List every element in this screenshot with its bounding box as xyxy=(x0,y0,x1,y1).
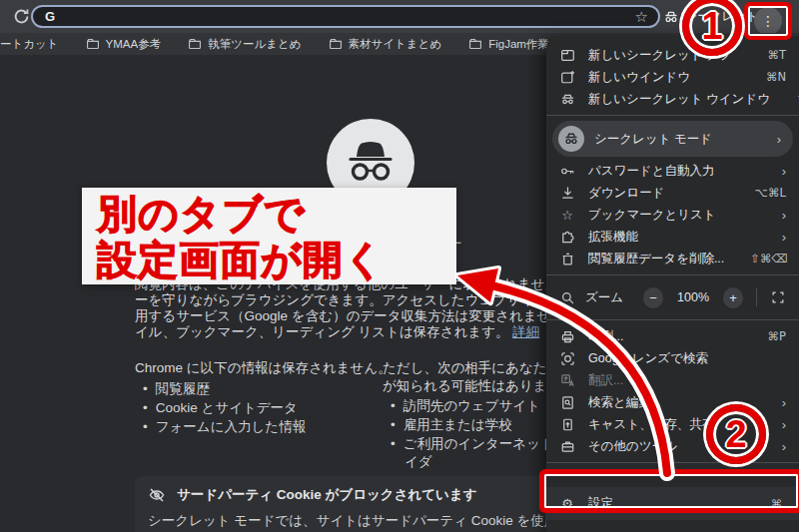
key-icon xyxy=(559,163,575,179)
bookmark-label: 素材サイトまとめ xyxy=(349,37,442,52)
gear-icon: ⚙ xyxy=(559,496,575,512)
bookmark-label: YMAA参考 xyxy=(106,37,162,52)
menu-item-label: キャスト、保存、共有 xyxy=(588,416,714,433)
menu-item-label: ブックマークとリスト xyxy=(588,207,716,224)
list-item: 閲覧履歴 xyxy=(143,380,210,398)
menu-item-label: その他のツール xyxy=(588,438,677,455)
chevron-right-icon: › xyxy=(782,230,786,245)
zoom-value: 100% xyxy=(673,290,713,304)
plus-icon: + xyxy=(729,290,737,305)
eye-off-icon xyxy=(148,486,166,504)
magnifier-icon xyxy=(559,289,575,305)
details-link[interactable]: 詳細 xyxy=(512,324,539,339)
folder-icon xyxy=(86,37,100,51)
menu-item-find-edit[interactable]: 検索と編集 › xyxy=(546,391,799,413)
menu-dots-button[interactable]: ⋮ xyxy=(754,7,782,35)
menu-item-extensions[interactable]: 拡張機能 › xyxy=(546,226,799,248)
lens-icon xyxy=(559,350,575,366)
minus-icon: − xyxy=(649,290,657,305)
incognito-icon xyxy=(663,9,679,25)
list-item: フォームに入力した情報 xyxy=(143,418,306,436)
menu-divider xyxy=(546,462,799,463)
zoom-in-button[interactable]: + xyxy=(723,287,743,308)
incognito-badge-label: シークレット xyxy=(685,8,758,25)
menu-item-zoom: ズーム − 100% + xyxy=(546,280,799,314)
menu-item-google-lens[interactable]: Google レンズで検索 xyxy=(546,347,799,369)
page-title: シークレット モードです xyxy=(171,237,570,258)
menu-item-label: 拡張機能 xyxy=(588,229,638,246)
zoom-label: ズーム xyxy=(585,289,623,306)
intro-text: イル、ブックマーク、リーディング リストは保存されます。 xyxy=(135,324,509,339)
menu-item-label: シークレット モード xyxy=(594,131,712,148)
trash-icon xyxy=(559,251,575,266)
new-window-icon xyxy=(559,69,575,85)
new-incognito-window-icon xyxy=(559,91,575,107)
incognito-avatar-icon xyxy=(327,119,414,207)
reload-icon[interactable] xyxy=(12,7,31,26)
menu-divider xyxy=(546,115,799,116)
zoom-out-button[interactable]: − xyxy=(643,287,663,308)
find-icon xyxy=(559,394,575,410)
browser-window: G ☆ シークレット ⋮ ートカット YMAA参考 執筆ツールまとめ 素材サイト… xyxy=(0,0,799,532)
list-item: Cookie とサイトデータ xyxy=(143,399,298,417)
menu-item-settings[interactable]: ⚙ 設定 ⌘, xyxy=(546,487,799,520)
shortcut: ⌘, xyxy=(771,497,786,511)
menu-item-downloads[interactable]: ダウンロード ⌥⌘L xyxy=(546,182,799,204)
bookmark-folder[interactable]: YMAA参考 xyxy=(86,37,162,52)
search-engine-icon: G xyxy=(45,9,55,24)
menu-item-new-window[interactable]: 新しいウインドウ ⌘N xyxy=(546,66,799,88)
list-item-wrap: イダ xyxy=(391,453,432,471)
menu-item-incognito-mode[interactable]: シークレット モード › xyxy=(552,121,793,157)
menu-item-label: 閲覧履歴データを削除... xyxy=(588,251,724,267)
menu-item-label: パスワードと自動入力 xyxy=(588,163,714,180)
folder-icon xyxy=(468,37,482,51)
bookmark-folder[interactable]: 執筆ツールまとめ xyxy=(188,37,301,52)
not-saved-header: Chrome に以下の情報は保存されません。 xyxy=(135,359,392,377)
shortcut: ⇧⌘⌫ xyxy=(750,252,787,266)
menu-divider xyxy=(546,319,799,320)
menu-item-label: 新しいウインドウ xyxy=(588,69,690,86)
download-icon xyxy=(559,185,575,201)
printer-icon xyxy=(559,328,575,344)
shortcut: ⌘P xyxy=(768,329,786,343)
menu-item-label: ダウンロード xyxy=(588,185,664,202)
tools-icon xyxy=(559,438,575,454)
chevron-right-icon: › xyxy=(782,439,786,454)
menu-item-label: 翻訳... xyxy=(588,372,623,389)
menu-item-new-incognito-window[interactable]: 新しいシークレット ウインドウ ⇧⌘N xyxy=(546,88,799,110)
divider xyxy=(756,288,757,306)
bookmark-label: 執筆ツールまとめ xyxy=(208,37,301,52)
menu-item-new-incognito-tab[interactable]: 新しいシークレット タブ ⌘T xyxy=(546,44,799,66)
fullscreen-icon[interactable] xyxy=(770,289,786,305)
menu-item-label: 印刷... xyxy=(588,328,623,345)
menu-item-print[interactable]: 印刷... ⌘P xyxy=(546,325,799,347)
toolbar: G ☆ シークレット ⋮ xyxy=(0,0,799,33)
menu-item-label: 新しいシークレット タブ xyxy=(588,47,732,64)
chevron-right-icon: › xyxy=(777,132,781,147)
menu-item-passwords[interactable]: パスワードと自動入力 › xyxy=(546,160,799,182)
menu-item-more-tools[interactable]: その他のツール › xyxy=(546,435,799,457)
menu-item-label: 検索と編集 xyxy=(588,394,651,411)
chevron-right-icon: › xyxy=(782,208,786,223)
folder-icon xyxy=(329,37,343,51)
chevron-right-icon: › xyxy=(782,164,786,179)
incognito-icon xyxy=(558,126,584,152)
menu-item-bookmarks[interactable]: ☆ ブックマークとリスト › xyxy=(546,204,799,226)
list-item: 訪問先のウェブサイト xyxy=(391,397,540,415)
address-bar[interactable]: G ☆ xyxy=(31,5,660,28)
menu-item-clear-browsing-data[interactable]: 閲覧履歴データを削除... ⇧⌘⌫ xyxy=(546,248,799,269)
menu-item-translate: 翻訳... xyxy=(546,369,799,391)
folder-icon xyxy=(188,37,202,51)
menu-item-cast-save-share[interactable]: キャスト、保存、共有 › xyxy=(546,413,799,435)
bookmark-label: ートカット xyxy=(0,37,59,52)
intro-text-line: イル、ブックマーク、リーディング リストは保存されます。 詳細 xyxy=(135,323,539,341)
new-incognito-tab-icon xyxy=(559,47,575,63)
puzzle-icon xyxy=(559,229,575,245)
menu-divider xyxy=(546,274,799,275)
shortcut: ⌘T xyxy=(767,48,786,62)
bookmark-star-icon[interactable]: ☆ xyxy=(635,8,648,26)
cookie-card-title: サードパーティ Cookie がブロックされています xyxy=(177,486,477,504)
bookmark-folder[interactable]: 素材サイトまとめ xyxy=(329,37,442,52)
bookmark-item[interactable]: ートカット xyxy=(0,37,59,52)
overflow-dots-icon: ⋮ xyxy=(761,13,775,29)
